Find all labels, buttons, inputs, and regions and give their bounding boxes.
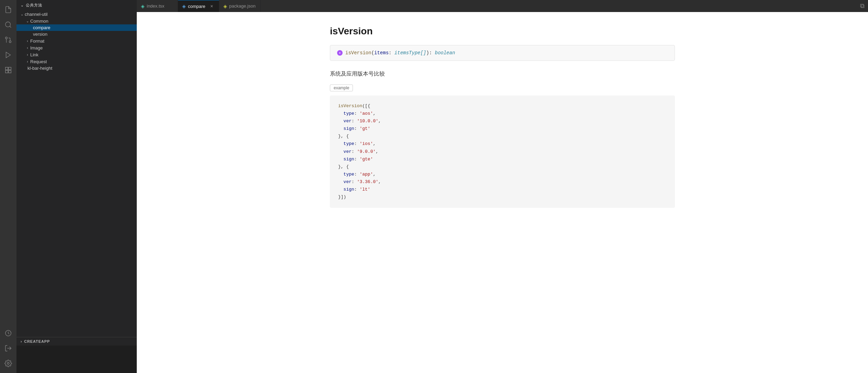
- sig-param-name: items: [374, 50, 389, 56]
- svg-rect-9: [9, 70, 11, 73]
- svg-rect-6: [5, 67, 8, 70]
- signature-block: isVersion(items: itemsType[]): boolean: [330, 45, 675, 61]
- svg-point-3: [5, 37, 8, 39]
- tree-item-compare[interactable]: compare: [16, 24, 137, 31]
- sidebar-bottom-empty: [16, 346, 137, 373]
- chevron-right-icon: ›: [25, 59, 30, 64]
- tab-index-tsx[interactable]: ◈ index.tsx: [137, 0, 178, 12]
- code-line-1: isVersion([{: [338, 102, 667, 110]
- tab-label-package: package.json: [229, 3, 256, 9]
- svg-point-12: [7, 362, 9, 364]
- extensions-icon[interactable]: [1, 63, 15, 77]
- sidebar-section-title: 公共方法: [26, 3, 42, 8]
- sidebar: ⌄ 公共方法 ⌄ channel-util ⌄ Common compare v…: [16, 0, 137, 373]
- json-file-icon: ◈: [223, 3, 227, 9]
- code-line-4: sign: 'gt': [338, 125, 667, 133]
- chevron-right-icon: ›: [25, 52, 30, 57]
- svg-line-1: [10, 26, 11, 27]
- run-debug-icon[interactable]: [1, 48, 15, 62]
- tab-compare[interactable]: ◈ compare ×: [178, 0, 219, 12]
- tsx-file-icon: ◈: [141, 3, 145, 9]
- files-icon[interactable]: [1, 3, 15, 16]
- code-line-7: ver: '9.0.0',: [338, 148, 667, 156]
- ts-file-icon: ◈: [182, 3, 186, 9]
- tree-item-channel-util[interactable]: ⌄ channel-util: [16, 11, 137, 18]
- code-line-13: }]): [338, 193, 667, 201]
- svg-point-2: [9, 41, 11, 43]
- signature-text: isVersion(items: itemsType[]): boolean: [345, 50, 455, 56]
- chevron-right-icon: ›: [25, 45, 30, 50]
- tree-item-request[interactable]: › Request: [16, 58, 137, 65]
- tab-spacer: [260, 0, 857, 12]
- tab-label-index: index.tsx: [147, 3, 164, 9]
- tree-item-common[interactable]: ⌄ Common: [16, 18, 137, 24]
- tree-item-image[interactable]: › Image: [16, 44, 137, 51]
- svg-rect-7: [9, 67, 11, 70]
- code-line-10: type: 'app',: [338, 171, 667, 178]
- sidebar-content: ⌄ 公共方法 ⌄ channel-util ⌄ Common compare v…: [16, 0, 137, 337]
- doc-container: isVersion isVersion(items: itemsType[]):…: [313, 12, 691, 222]
- code-line-2: type: 'aos',: [338, 110, 667, 117]
- settings-icon[interactable]: [1, 357, 15, 370]
- tab-label-compare: compare: [188, 4, 205, 9]
- svg-rect-8: [5, 70, 8, 73]
- sidebar-section-createapp-label: CREATEAPP: [24, 339, 50, 343]
- chevron-down-icon: ⌄: [19, 11, 25, 17]
- tree-item-link[interactable]: › Link: [16, 51, 137, 58]
- tree-item-format[interactable]: › Format: [16, 37, 137, 44]
- sig-fn-name: isVersion: [345, 50, 371, 56]
- code-line-8: sign: 'gte': [338, 156, 667, 163]
- content-area: isVersion isVersion(items: itemsType[]):…: [137, 12, 868, 373]
- chevron-right-icon: ›: [25, 38, 30, 44]
- code-line-9: }, {: [338, 163, 667, 171]
- account-icon[interactable]: [1, 341, 15, 355]
- doc-description: 系统及应用版本号比较: [330, 70, 675, 78]
- history-icon[interactable]: [1, 326, 15, 340]
- code-line-3: ver: '10.0.0',: [338, 117, 667, 125]
- code-line-5: }, {: [338, 133, 667, 140]
- example-label: example: [330, 84, 353, 91]
- activity-bar: [0, 0, 16, 373]
- source-control-icon[interactable]: [1, 33, 15, 47]
- sidebar-section-header-gongong[interactable]: ⌄ 公共方法: [16, 0, 137, 11]
- sidebar-section-createapp[interactable]: › CREATEAPP: [16, 337, 137, 346]
- doc-title: isVersion: [330, 26, 675, 37]
- function-icon: [337, 50, 343, 56]
- tree-item-version[interactable]: version: [16, 31, 137, 37]
- tree-item-kl-bar-height[interactable]: kl-bar-height: [16, 65, 137, 71]
- main-area: ◈ index.tsx ◈ compare × ◈ package.json ⧉…: [137, 0, 868, 373]
- tab-bar: ◈ index.tsx ◈ compare × ◈ package.json ⧉: [137, 0, 868, 12]
- sig-return-type: boolean: [435, 50, 455, 56]
- code-line-11: ver: '3.36.0',: [338, 178, 667, 186]
- code-line-12: sign: 'lt': [338, 186, 667, 193]
- tab-close-button[interactable]: ×: [209, 3, 215, 9]
- sig-param-type: itemsType[]: [394, 50, 426, 56]
- chevron-down-icon: ⌄: [25, 18, 30, 24]
- code-line-6: type: 'ios',: [338, 140, 667, 148]
- tab-package-json[interactable]: ◈ package.json: [219, 0, 260, 12]
- search-icon[interactable]: [1, 18, 15, 32]
- split-editor-icon[interactable]: ⧉: [857, 0, 868, 12]
- svg-marker-5: [6, 52, 11, 58]
- svg-point-0: [5, 22, 11, 27]
- code-block: isVersion([{ type: 'aos', ver: '10.0.0',…: [330, 95, 675, 208]
